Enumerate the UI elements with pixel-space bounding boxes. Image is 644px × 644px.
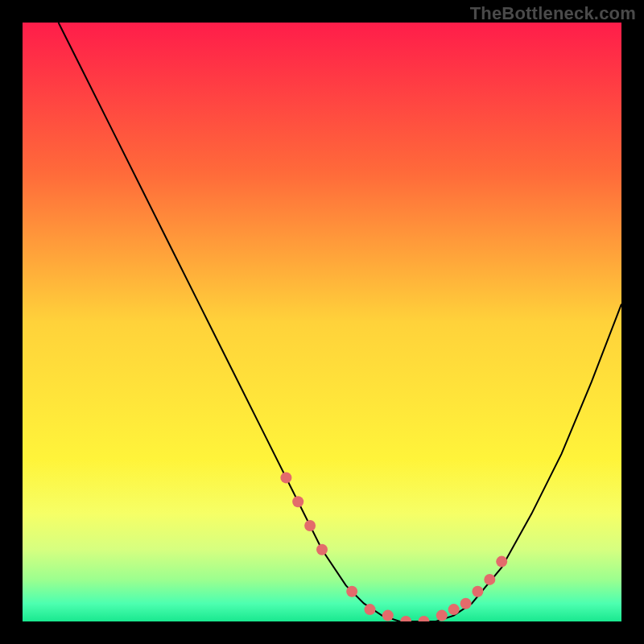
marker-point — [472, 586, 483, 597]
marker-point — [496, 556, 507, 568]
marker-point — [484, 574, 495, 585]
marker-point — [346, 586, 357, 597]
marker-point — [316, 544, 328, 555]
marker-point — [382, 610, 394, 621]
plot-area — [23, 23, 621, 621]
chart-svg — [23, 23, 621, 621]
watermark-text: TheBottleneck.com — [470, 3, 636, 24]
gradient-background — [23, 23, 621, 621]
marker-point — [460, 598, 472, 609]
marker-point — [280, 472, 291, 483]
marker-point — [304, 520, 316, 531]
chart-frame: TheBottleneck.com — [0, 0, 644, 644]
marker-point — [448, 604, 460, 615]
marker-point — [365, 604, 376, 615]
marker-point — [292, 496, 303, 507]
marker-point — [436, 610, 448, 621]
